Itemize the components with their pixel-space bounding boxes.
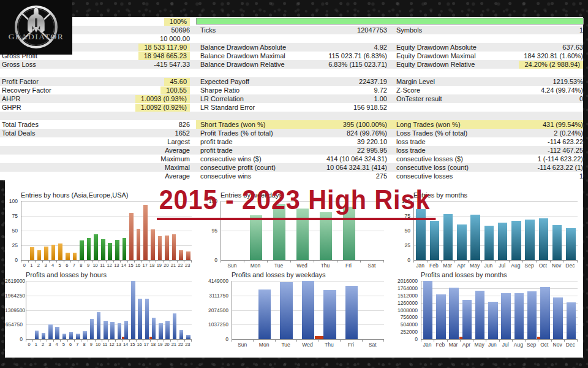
bar [552, 225, 562, 260]
x-axis-label: 5 [56, 263, 64, 268]
x-tick [178, 340, 178, 342]
bar [58, 243, 62, 260]
table-cell: 1219.53% [466, 77, 583, 86]
x-tick [191, 261, 192, 263]
x-tick [267, 261, 268, 263]
table-row: Gross Profit18 948 665.23Balance Drawdow… [0, 52, 583, 60]
bar [97, 312, 101, 339]
x-axis-label: 1 [32, 342, 39, 347]
gridline [26, 310, 192, 311]
table-row: Total Deals1652Profit Trades (% of total… [0, 129, 583, 137]
x-axis-label: 18 [149, 263, 156, 268]
x-axis-label: 21 [170, 342, 177, 347]
x-tick [42, 261, 43, 263]
bar [44, 247, 48, 260]
x-tick [232, 340, 232, 342]
x-axis-label: 22 [177, 263, 184, 268]
x-axis-label: 23 [184, 342, 191, 347]
table-cell: Maximum [74, 155, 190, 163]
bar [165, 321, 170, 339]
x-tick [102, 340, 102, 342]
bar [94, 234, 98, 260]
x-tick [150, 340, 151, 342]
table-row: 50696Ticks12047753Symbols1 [0, 26, 583, 34]
x-tick [318, 340, 319, 342]
x-tick [413, 261, 414, 263]
plot-area [26, 281, 192, 340]
bar [527, 291, 537, 339]
x-tick [486, 340, 486, 342]
y-axis-label: 1260000 [390, 300, 418, 306]
table-cell: 1 [466, 172, 583, 180]
bar [76, 334, 80, 339]
x-axis-label: 15 [127, 263, 135, 268]
table-cell: Average [74, 146, 190, 155]
table-cell: 24.20% (2 988.94) [466, 60, 583, 69]
gridline [421, 288, 578, 289]
x-axis-label: Jul [496, 263, 509, 269]
x-tick [275, 340, 276, 342]
x-axis-label: Sat [360, 263, 383, 269]
table-row: Gross Loss-415 547.33Balance Drawdown Re… [0, 60, 583, 69]
bar [90, 319, 94, 339]
x-tick [468, 261, 469, 263]
stats-table: 100%50696Ticks12047753Symbols110 000.001… [0, 17, 583, 180]
x-axis-label: Dec [564, 263, 577, 269]
y-axis-label: 1037250 [197, 321, 228, 328]
x-tick [163, 261, 164, 263]
x-axis-label: Fri [340, 342, 361, 348]
table-cell: -112 467.25 [466, 146, 583, 155]
y-axis-label: 0 [197, 257, 217, 263]
y-axis-label: 1512000 [390, 293, 418, 299]
table-cell: 18 948 665.23 [74, 52, 190, 60]
logo-text: GLADIATOR [9, 32, 64, 41]
table-cell: 10 064 324.31 (414) [270, 163, 387, 172]
bar [423, 281, 432, 339]
x-axis-label: Mon [244, 263, 267, 269]
bar [475, 291, 484, 339]
x-tick [49, 261, 50, 263]
plot-area [421, 281, 578, 340]
y-axis-label: 0 [197, 336, 228, 342]
x-tick [244, 261, 244, 263]
x-axis-label: 2 [40, 342, 47, 347]
bar [151, 229, 155, 260]
x-tick [32, 340, 33, 342]
x-tick [383, 340, 384, 342]
x-axis-label: Sun [221, 263, 244, 269]
x-tick [56, 261, 57, 263]
bar [83, 331, 87, 339]
bar [430, 221, 440, 260]
bar [48, 324, 53, 339]
bar [131, 281, 135, 339]
x-tick [383, 261, 384, 263]
watermark-text: 2015 - 2023 High Risk [157, 184, 436, 220]
x-tick [564, 340, 565, 342]
x-axis-label: 13 [115, 342, 122, 347]
x-tick [538, 340, 538, 342]
bar [143, 205, 148, 260]
y-axis-label: 2619000 [5, 278, 23, 284]
highlighted-value: 18 948 665.23 [138, 52, 190, 60]
bar [35, 331, 39, 339]
x-axis-label: 7 [74, 342, 81, 347]
x-axis-label: Apr [454, 263, 468, 269]
y-axis-label: 0 [390, 336, 418, 342]
x-tick [221, 261, 221, 263]
gridline [21, 231, 192, 231]
y-axis-label: 4149000 [197, 278, 228, 284]
x-axis-label: 6 [67, 342, 74, 347]
highlighted-value: 100% [164, 18, 190, 26]
bar [159, 323, 163, 339]
table-cell: 1.00 [270, 94, 387, 103]
x-tick [314, 261, 314, 263]
bar [172, 234, 176, 260]
table-row: Maximalconsecutive profit (count)10 064 … [0, 163, 583, 172]
y-axis-label: 25 [5, 242, 18, 248]
table-cell: 100% [74, 17, 190, 26]
x-tick [127, 261, 128, 263]
bar [152, 318, 156, 339]
x-axis-label: Apr [460, 342, 473, 348]
x-tick [290, 261, 291, 263]
highlighted-value: 1.0092 (0.92%) [135, 104, 190, 112]
